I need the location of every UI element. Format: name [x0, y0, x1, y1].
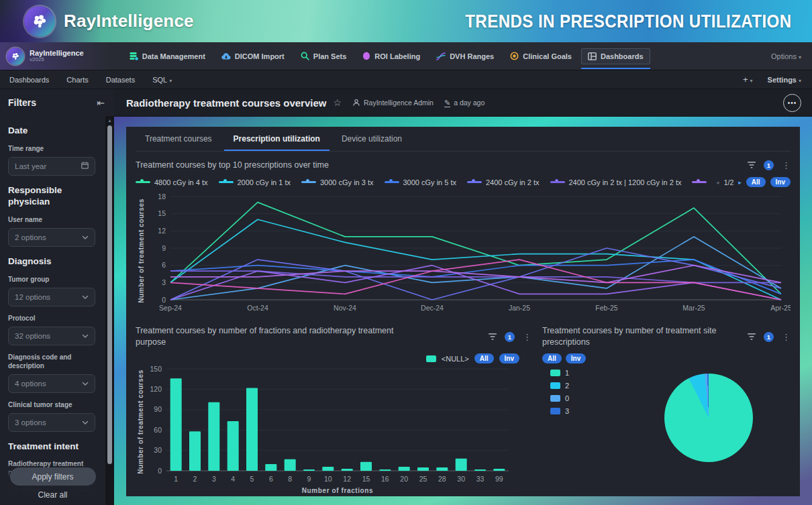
legend-swatch	[550, 408, 560, 414]
select-tumor-group[interactable]: 12 options	[8, 288, 95, 306]
bar-chart[interactable]: 0306090120150123456891012151620252830339…	[136, 365, 531, 496]
toolbar-item-dashboards[interactable]: Dashboards	[9, 76, 49, 84]
svg-text:15: 15	[158, 209, 166, 217]
settings-menu[interactable]: Settings▾	[768, 76, 801, 84]
svg-text:60: 60	[154, 426, 162, 434]
tab-treatment-courses[interactable]: Treatment courses	[136, 127, 221, 151]
legend-marker-icon	[692, 181, 707, 183]
apply-filters-button[interactable]: Apply filters	[10, 467, 96, 486]
legend-next-icon[interactable]: ▸	[738, 179, 742, 186]
select-all-button[interactable]: All	[542, 353, 562, 363]
add-button[interactable]: +▾	[743, 74, 753, 85]
chevron-down-icon: ▾	[169, 78, 172, 84]
select-all-button[interactable]: All	[746, 177, 766, 187]
nav-item-plan-sets[interactable]: Plan Sets	[294, 48, 354, 64]
invert-selection-button[interactable]: Inv	[770, 177, 791, 187]
svg-text:33: 33	[476, 475, 485, 483]
nav-item-clinical-goals[interactable]: Clinical Goals	[503, 48, 578, 64]
nav-item-label: ROI Labeling	[374, 52, 420, 60]
select-all-button[interactable]: All	[474, 353, 494, 363]
legend-item[interactable]: 3000 cGy in 5 tx	[385, 178, 457, 186]
clear-all-link[interactable]: Clear all	[38, 490, 67, 500]
date-input-time-range[interactable]: Last year	[8, 157, 95, 176]
scroll-up-icon[interactable]: ▲	[107, 118, 112, 123]
kebab-menu-icon[interactable]: ⋮	[782, 160, 791, 170]
filter-icon[interactable]	[489, 333, 497, 341]
svg-text:2: 2	[193, 475, 197, 483]
legend-swatch	[550, 382, 560, 389]
legend-item[interactable]: 3000 cGy in 3 tx	[301, 178, 374, 186]
favorite-star-icon[interactable]: ☆	[333, 97, 342, 108]
nav-brand[interactable]: RayIntelligence v2025	[0, 42, 111, 70]
dashboard-background: Treatment coursesPrescription utilizatio…	[114, 117, 812, 505]
svg-text:Apr-25: Apr-25	[770, 304, 791, 312]
legend-marker-icon	[301, 181, 316, 183]
pie-legend-item[interactable]: 1	[550, 369, 791, 377]
select-clinical-tumor-stage[interactable]: 3 options	[8, 413, 95, 432]
svg-text:3: 3	[212, 475, 216, 483]
toolbar-item-charts[interactable]: Charts	[66, 76, 88, 84]
toolbar-item-datasets[interactable]: Datasets	[106, 76, 135, 84]
svg-text:1: 1	[174, 475, 178, 483]
filter-icon[interactable]	[748, 162, 756, 169]
kebab-menu-icon[interactable]: ⋮	[523, 332, 531, 342]
dashboard-tabs: Treatment coursesPrescription utilizatio…	[136, 127, 791, 152]
legend-item[interactable]: 2000 cGy in 1 tx	[219, 178, 291, 186]
line-chart[interactable]: 0369121518Sep-24Oct-24Nov-24Dec-24Jan-25…	[136, 191, 791, 316]
filter-count-badge[interactable]: 1	[764, 160, 774, 170]
pie-chart[interactable]	[664, 374, 753, 462]
tab-device-utilization[interactable]: Device utilization	[332, 127, 411, 151]
legend-item[interactable]: 2400 cGy in 2 tx | 1200 cGy in 2 tx	[550, 178, 682, 186]
toolbar-item-sql[interactable]: SQL▾	[152, 76, 172, 84]
filters-sidebar: Filters ⇤ DateTime rangeLast yearRespons…	[0, 89, 114, 505]
filter-field-label: Tumor group	[8, 275, 105, 284]
chevron-down-icon	[82, 418, 89, 427]
hero-banner: RayIntelligence TRENDS IN PRESCRIPTION U…	[0, 0, 812, 42]
nav-item-dashboards[interactable]: Dashboards	[581, 48, 650, 64]
kebab-menu-icon[interactable]: ⋮	[782, 332, 791, 342]
nav-item-dvh-ranges[interactable]: DVH Ranges	[429, 48, 501, 64]
legend-label: 3000 cGy in 3 tx	[320, 178, 374, 186]
nav-item-label: Clinical Goals	[523, 52, 572, 60]
select-user-name[interactable]: 2 options	[8, 228, 95, 247]
rayintelligence-logo-icon	[24, 6, 55, 37]
filter-icon[interactable]	[748, 333, 756, 341]
legend-item[interactable]: 4800 cGy in 4 tx	[136, 178, 208, 186]
svg-text:5: 5	[250, 475, 254, 483]
select-diagnosis-code-and-description[interactable]: 4 options	[8, 374, 95, 393]
svg-text:Number of treatment courses: Number of treatment courses	[137, 370, 144, 474]
dashboard-banner-title: TRENDS IN PRESCRIPTION UTILIZATION	[466, 11, 792, 32]
legend-label: 3	[565, 407, 569, 415]
nav-item-dicom-import[interactable]: DICOM Import	[215, 48, 291, 64]
options-menu[interactable]: Options▾	[771, 52, 801, 60]
collapse-sidebar-icon[interactable]: ⇤	[97, 97, 105, 108]
legend-item[interactable]: 3625 cGy in 5 tx	[692, 178, 709, 186]
legend-marker-icon	[550, 181, 565, 183]
filter-count-badge[interactable]: 1	[764, 332, 774, 342]
nav-item-data-management[interactable]: Data Management	[123, 48, 212, 64]
legend-label: 4800 cGy in 4 tx	[154, 178, 208, 186]
chevron-down-icon	[82, 293, 89, 301]
invert-selection-button[interactable]: Inv	[566, 353, 586, 363]
legend-prev-icon[interactable]: ◂	[716, 179, 719, 186]
nav-item-label: DVH Ranges	[450, 52, 494, 60]
chevron-down-icon	[82, 380, 89, 388]
more-options-button[interactable]: •••	[783, 94, 801, 112]
nav-item-roi-labeling[interactable]: ROI Labeling	[356, 48, 427, 64]
select-protocol[interactable]: 32 options	[8, 327, 95, 345]
page-header: Radiotherapy treatment courses overview …	[114, 89, 812, 117]
dashboard-panel: Treatment coursesPrescription utilizatio…	[126, 127, 800, 496]
scrollbar-thumb[interactable]	[107, 125, 112, 464]
line-chart-legend: 4800 cGy in 4 tx2000 cGy in 1 tx3000 cGy…	[136, 178, 709, 186]
sidebar-scrollbar[interactable]: ▲	[105, 116, 114, 505]
tab-prescription-utilization[interactable]: Prescription utilization	[224, 127, 329, 151]
svg-text:6: 6	[269, 475, 273, 483]
svg-text:150: 150	[150, 365, 162, 373]
legend-item[interactable]: 2400 cGy in 2 tx	[467, 178, 540, 186]
filter-count-badge[interactable]: 1	[505, 332, 515, 342]
main-content: Radiotherapy treatment courses overview …	[114, 89, 812, 505]
last-edited: ✎ a day ago	[444, 99, 485, 107]
null-legend-label: <NULL>	[442, 355, 469, 363]
pie-legend-item[interactable]: 2	[550, 382, 791, 390]
invert-selection-button[interactable]: Inv	[499, 353, 519, 363]
